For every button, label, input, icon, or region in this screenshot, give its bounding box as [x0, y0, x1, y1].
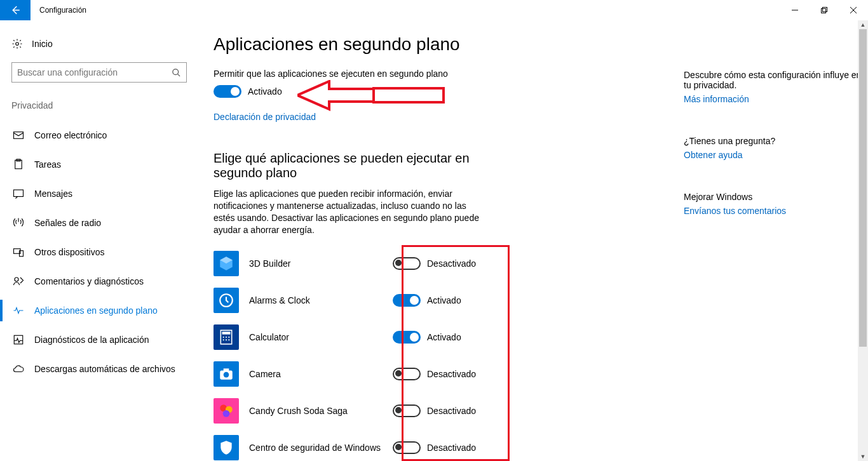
app-toggle-label: Desactivado — [427, 406, 476, 416]
svg-point-20 — [228, 339, 229, 340]
scroll-down-arrow[interactable]: ▼ — [858, 452, 868, 461]
master-toggle[interactable] — [214, 85, 241, 98]
app-row: CameraDesactivado — [214, 356, 646, 392]
cloud-icon — [13, 363, 24, 375]
app-name-label: 3D Builder — [249, 258, 383, 269]
clock-icon — [214, 288, 239, 313]
search-input[interactable] — [17, 67, 172, 77]
app-toggle-label: Activado — [427, 295, 461, 305]
radio-icon — [13, 217, 24, 229]
clipboard-icon — [13, 159, 24, 170]
sidebar-item-label: Diagnósticos de la aplicación — [34, 335, 149, 345]
app-toggle[interactable] — [393, 441, 421, 454]
svg-point-2 — [16, 43, 19, 46]
app-toggle[interactable] — [393, 294, 421, 307]
sidebar-item-label: Descargas automáticas de archivos — [34, 364, 175, 374]
sidebar-item-label: Mensajes — [34, 189, 72, 199]
svg-point-22 — [224, 371, 229, 377]
scroll-thumb[interactable] — [859, 29, 867, 347]
sidebar: Inicio Privacidad Correo electrónicoTare… — [0, 20, 197, 461]
sidebar-item-label: Correo electrónico — [34, 130, 107, 140]
app-row: 3D BuilderDesactivado — [214, 245, 646, 282]
app-toggle[interactable] — [393, 257, 421, 270]
app-toggle-label: Desactivado — [427, 258, 476, 269]
svg-rect-14 — [222, 331, 231, 334]
cube-icon — [214, 251, 239, 276]
candy-icon — [214, 398, 239, 424]
sidebar-item-message[interactable]: Mensajes — [11, 179, 187, 208]
arrow-left-icon — [10, 4, 21, 16]
sidebar-item-heartbeat[interactable]: Aplicaciones en segundo plano — [11, 296, 187, 325]
app-name-label: Calculator — [249, 332, 383, 342]
page-title: Aplicaciones en segundo plano — [214, 34, 646, 55]
heartbeat-icon — [13, 305, 24, 316]
sidebar-item-feedback[interactable]: Comentarios y diagnósticos — [11, 267, 187, 296]
app-toggle-label: Activado — [427, 332, 461, 342]
sidebar-item-label: Señales de radio — [34, 218, 101, 228]
window-controls — [780, 0, 868, 20]
close-button[interactable] — [839, 0, 868, 20]
scroll-up-arrow[interactable]: ▲ — [858, 20, 868, 29]
svg-rect-7 — [14, 190, 24, 197]
search-icon — [172, 68, 181, 77]
sidebar-item-cloud[interactable]: Descargas automáticas de archivos — [11, 354, 187, 384]
maximize-icon — [821, 7, 827, 13]
gear-icon — [11, 38, 23, 50]
more-info-link[interactable]: Más información — [684, 94, 862, 104]
svg-point-19 — [226, 339, 227, 340]
sidebar-item-label: Comentarios y diagnósticos — [34, 276, 144, 286]
description: Elige las aplicaciones que pueden recibi… — [214, 188, 480, 236]
get-help-link[interactable]: Obtener ayuda — [684, 150, 862, 160]
master-toggle-label: Activado — [248, 86, 282, 97]
close-icon — [850, 7, 857, 13]
allow-label: Permitir que las aplicaciones se ejecute… — [214, 69, 646, 79]
svg-rect-11 — [14, 335, 23, 344]
minimize-button[interactable] — [780, 0, 810, 20]
right-column: Descubre cómo esta configuración influye… — [646, 34, 868, 461]
app-name-label: Camera — [249, 369, 383, 379]
window-title: Configuración — [31, 0, 780, 20]
feedback-icon — [13, 276, 24, 287]
calc-icon — [214, 324, 239, 350]
sidebar-item-label: Tareas — [34, 159, 61, 170]
svg-point-26 — [223, 410, 230, 417]
sub-heading: Elige qué aplicaciones se pueden ejecuta… — [214, 151, 480, 180]
search-input-wrap[interactable] — [11, 62, 187, 83]
home-nav[interactable]: Inicio — [11, 34, 187, 53]
app-toggle[interactable] — [393, 404, 421, 417]
app-name-label: Alarms & Clock — [249, 295, 383, 305]
sidebar-item-devices[interactable]: Otros dispositivos — [11, 237, 187, 267]
app-toggle-label: Desactivado — [427, 369, 476, 379]
app-toggle[interactable] — [393, 331, 421, 344]
feedback-link[interactable]: Envíanos tus comentarios — [684, 206, 862, 216]
back-button[interactable] — [0, 0, 31, 20]
section-label: Privacidad — [11, 100, 187, 110]
app-row: CalculatorActivado — [214, 319, 646, 356]
svg-point-10 — [15, 277, 18, 281]
titlebar: Configuración — [0, 0, 868, 20]
sidebar-item-label: Aplicaciones en segundo plano — [34, 305, 158, 316]
sidebar-item-diag[interactable]: Diagnósticos de la aplicación — [11, 325, 187, 354]
svg-point-15 — [223, 336, 224, 337]
question-text: ¿Tienes una pregunta? — [684, 136, 862, 146]
app-toggle-label: Desactivado — [427, 443, 476, 453]
sidebar-item-radio[interactable]: Señales de radio — [11, 208, 187, 237]
svg-point-16 — [226, 336, 227, 337]
devices-icon — [13, 246, 24, 258]
svg-rect-4 — [14, 132, 24, 139]
minimize-icon — [792, 7, 798, 13]
shield-icon — [214, 435, 239, 460]
home-label: Inicio — [32, 39, 53, 49]
improve-text: Mejorar Windows — [684, 192, 862, 202]
svg-point-17 — [228, 336, 229, 337]
app-row: Candy Crush Soda SagaDesactivado — [214, 392, 646, 429]
privacy-info-text: Descubre cómo esta configuración influye… — [684, 70, 862, 90]
scrollbar[interactable]: ▲ ▼ — [858, 20, 868, 461]
app-row: Alarms & ClockActivado — [214, 282, 646, 319]
sidebar-item-mail[interactable]: Correo electrónico — [11, 121, 187, 150]
svg-rect-23 — [224, 368, 229, 371]
app-toggle[interactable] — [393, 368, 421, 380]
maximize-button[interactable] — [810, 0, 839, 20]
sidebar-item-clipboard[interactable]: Tareas — [11, 150, 187, 179]
privacy-statement-link[interactable]: Declaración de privacidad — [214, 112, 646, 122]
